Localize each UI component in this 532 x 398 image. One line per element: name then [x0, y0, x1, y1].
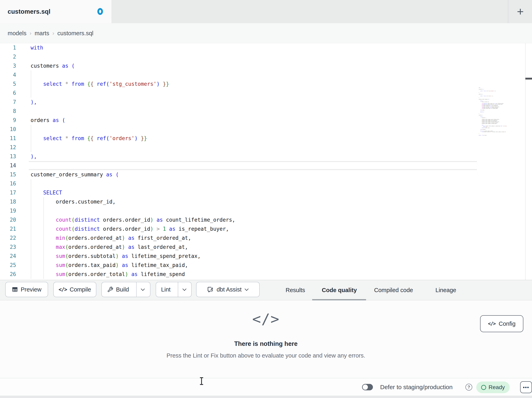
line-number: 11 — [0, 134, 16, 143]
code-line[interactable]: 13), — [0, 152, 532, 161]
new-tab-button[interactable]: + — [513, 4, 527, 19]
tab-lineage-label: Lineage — [436, 287, 456, 294]
config-button[interactable]: </> Config — [480, 315, 523, 332]
code-brackets-icon: </> — [58, 287, 67, 293]
toggle-knob — [363, 385, 368, 390]
line-number: 25 — [0, 261, 16, 270]
indent-guide — [31, 71, 31, 79]
tab-code-quality[interactable]: Code quality — [322, 280, 357, 300]
breadcrumb: models › marts › customers.sql — [8, 23, 93, 43]
dbt-assist-label: dbt Assist — [217, 286, 241, 293]
code-line[interactable]: 24 sum(orders.subtotal) as lifetime_spen… — [0, 252, 532, 261]
action-toolbar: Preview </> Compile Build — [0, 280, 532, 300]
question-mark: ? — [468, 385, 470, 390]
code-line[interactable]: 22 min(orders.ordered_at) as first_order… — [0, 234, 532, 243]
line-number: 3 — [0, 61, 16, 71]
code-line[interactable]: 1with — [0, 43, 532, 52]
ide-status-badge[interactable]: Ready — [476, 381, 510, 393]
code-line[interactable]: 15customer_orders_summary as ( — [0, 170, 532, 179]
file-tab-title: customers.sql — [8, 8, 51, 15]
code-line[interactable]: 16 — [0, 179, 532, 188]
chevron-down-icon — [182, 288, 187, 291]
code-line[interactable]: 20 count(distinct orders.order_id) as co… — [0, 215, 532, 224]
breadcrumb-customers-sql[interactable]: customers.sql — [57, 30, 93, 37]
code-line[interactable]: 2 — [0, 52, 532, 61]
code-line[interactable]: 8 — [0, 107, 532, 116]
code-line[interactable]: 18 orders.customer_id, — [0, 197, 532, 206]
chevron-down-icon — [141, 288, 145, 291]
line-number: 13 — [0, 152, 16, 161]
ready-label: Ready — [488, 384, 505, 391]
build-button[interactable]: Build — [103, 282, 133, 297]
file-header-bar: models › marts › customers.sql — [0, 23, 532, 43]
tab-code-quality-label: Code quality — [322, 287, 357, 294]
code-line[interactable]: 25 sum(orders.tax_paid) as lifetime_tax_… — [0, 261, 532, 270]
tab-lineage[interactable]: Lineage — [436, 280, 456, 300]
line-number: 20 — [0, 215, 16, 224]
code-line[interactable]: 14 — [0, 161, 532, 170]
lint-split-button: Lint — [156, 282, 192, 297]
more-options-button[interactable]: ••• — [520, 381, 532, 393]
code-line[interactable]: 7), — [0, 98, 532, 107]
chat-sparkle-icon — [207, 286, 214, 293]
breadcrumb-models[interactable]: models — [8, 30, 26, 37]
code-line[interactable]: 6 — [0, 89, 532, 98]
code-line[interactable]: 5 select * from {{ ref('stg_customers') … — [0, 79, 532, 89]
code-line[interactable]: 10 — [0, 125, 532, 134]
code-editor[interactable]: 1with23customers as (45 select * from {{… — [0, 43, 532, 280]
status-circle-icon — [481, 385, 486, 390]
lint-dropdown-button[interactable] — [178, 282, 191, 297]
line-number: 10 — [0, 125, 16, 134]
code-line[interactable]: 9orders as ( — [0, 116, 532, 125]
build-label: Build — [116, 286, 129, 293]
code-text: customer_orders_summary as ( — [31, 170, 119, 179]
code-text: SELECT — [31, 188, 62, 197]
compile-button[interactable]: </> Compile — [53, 282, 96, 297]
code-line[interactable]: 11 select * from {{ ref('orders') }} — [0, 134, 532, 143]
line-number: 6 — [0, 89, 16, 98]
code-line[interactable]: 12 — [0, 143, 532, 152]
build-dropdown-button[interactable] — [136, 282, 149, 297]
editor-tab-bar: customers.sql + — [0, 0, 532, 23]
dbt-assist-button[interactable]: dbt Assist — [196, 282, 260, 297]
tab-compiled-code-label: Compiled code — [374, 287, 413, 294]
scrollbar-cursor-marker — [525, 78, 532, 79]
status-bar: Defer to staging/production ? Ready ••• — [0, 378, 532, 396]
dbt-ide-window: customers.sql + models › marts › custome… — [0, 0, 532, 398]
line-number: 23 — [0, 243, 16, 252]
tab-results-label: Results — [286, 287, 305, 294]
file-tab-customers-sql[interactable]: customers.sql — [0, 0, 111, 23]
tab-results[interactable]: Results — [286, 280, 305, 300]
code-text: orders.customer_id, — [31, 197, 116, 206]
code-line[interactable]: 3customers as ( — [0, 61, 532, 71]
code-line[interactable]: 21 count(distinct orders.order_id) > 1 a… — [0, 224, 532, 234]
text-cursor-ibeam — [201, 377, 202, 385]
code-line[interactable]: 17 SELECT — [0, 188, 532, 197]
lint-button[interactable]: Lint — [157, 282, 175, 297]
code-line[interactable]: 23 max(orders.ordered_at) as last_ordere… — [0, 243, 532, 252]
preview-button[interactable]: Preview — [5, 282, 48, 297]
line-number: 15 — [0, 170, 16, 179]
editor-minimap[interactable]: with customers as ( select * from {{ ref… — [479, 87, 509, 136]
line-number: 7 — [0, 98, 16, 107]
code-text: sum(orders.order_total) as lifetime_spen… — [31, 270, 185, 279]
code-quality-panel: </> There is nothing here Press the Lint… — [0, 300, 532, 378]
code-text: with — [31, 43, 43, 52]
breadcrumb-marts[interactable]: marts — [35, 30, 49, 37]
code-line[interactable]: 4 — [0, 71, 532, 79]
chevron-right-icon: › — [30, 30, 32, 36]
lint-label: Lint — [161, 286, 171, 293]
preview-label: Preview — [21, 286, 41, 293]
line-number: 8 — [0, 107, 16, 116]
line-number: 16 — [0, 179, 16, 188]
line-number: 18 — [0, 197, 16, 206]
line-number: 9 — [0, 116, 16, 125]
defer-toggle[interactable] — [362, 384, 373, 390]
code-text: sum(orders.tax_paid) as lifetime_tax_pai… — [31, 261, 188, 270]
tab-compiled-code[interactable]: Compiled code — [374, 280, 413, 300]
code-line[interactable]: 26 sum(orders.order_total) as lifetime_s… — [0, 270, 532, 279]
indent-guide — [31, 206, 31, 215]
help-icon[interactable]: ? — [465, 384, 472, 391]
code-line[interactable]: 19 — [0, 206, 532, 215]
code-text: ), — [31, 152, 37, 161]
